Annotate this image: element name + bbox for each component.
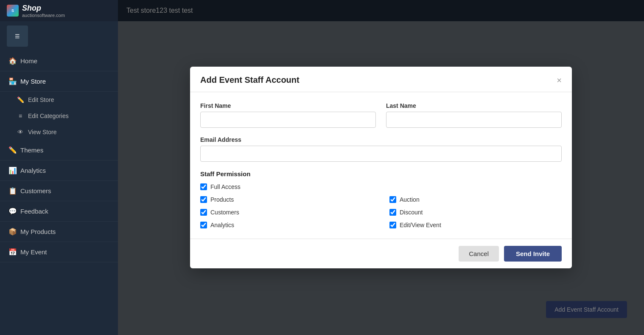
modal-title: Add Event Staff Account <box>200 75 300 85</box>
sidebar-item-home[interactable]: 🏠 Home <box>0 51 118 71</box>
full-access-label: Full Access <box>210 183 241 190</box>
sidebar: S Shop auctionsoftware.com ☰ 🏠 Home 🏪 My… <box>0 0 118 335</box>
first-name-input[interactable] <box>200 112 376 128</box>
logo-icon: S <box>7 5 19 17</box>
sidebar-item-edit-store[interactable]: ✏️ Edit Store <box>0 92 118 108</box>
first-name-label: First Name <box>200 102 376 109</box>
customers-label: Customers <box>210 209 239 216</box>
customers-checkbox[interactable] <box>200 209 207 216</box>
menu-toggle-button[interactable]: ☰ <box>7 25 28 47</box>
edit-icon: ✏️ <box>17 96 24 103</box>
last-name-input[interactable] <box>386 112 562 128</box>
name-row: First Name Last Name <box>200 102 562 128</box>
eye-icon: 👁 <box>17 129 24 135</box>
permissions-section: Staff Permission Full Access Products <box>200 170 562 228</box>
permission-auction: Auction <box>389 196 562 203</box>
event-icon: 📅 <box>8 248 16 256</box>
permission-discount: Discount <box>389 209 562 216</box>
sidebar-item-edit-categories[interactable]: ≡ Edit Categories <box>0 108 118 124</box>
modal-body: First Name Last Name Email Address <box>190 92 572 239</box>
first-name-group: First Name <box>200 102 376 128</box>
modal-close-button[interactable]: × <box>557 76 562 84</box>
edit-view-event-checkbox[interactable] <box>389 222 396 228</box>
sidebar-item-analytics[interactable]: 📊 Analytics <box>0 160 118 181</box>
email-label: Email Address <box>200 136 562 143</box>
sidebar-item-my-store[interactable]: 🏪 My Store <box>0 71 118 92</box>
sidebar-item-label: View Store <box>28 129 56 135</box>
products-checkbox[interactable] <box>200 196 207 203</box>
analytics-label: Analytics <box>210 222 234 228</box>
sidebar-item-label: Edit Categories <box>28 113 69 119</box>
home-icon: 🏠 <box>8 57 16 65</box>
sidebar-item-my-products[interactable]: 📦 My Products <box>0 222 118 242</box>
products-label: Products <box>210 196 234 203</box>
sidebar-item-customers[interactable]: 📋 Customers <box>0 181 118 201</box>
analytics-checkbox[interactable] <box>200 222 207 228</box>
email-row: Email Address <box>200 136 562 162</box>
permission-grid: Products Auction Customers Discount <box>200 196 562 228</box>
permission-analytics: Analytics <box>200 222 372 228</box>
sidebar-item-label: Customers <box>20 187 51 194</box>
sidebar-nav: 🏠 Home 🏪 My Store ✏️ Edit Store ≡ Edit C… <box>0 51 118 335</box>
auction-checkbox[interactable] <box>389 196 396 203</box>
categories-icon: ≡ <box>17 113 24 119</box>
permission-customers: Customers <box>200 209 372 216</box>
sidebar-item-label: My Products <box>20 228 56 235</box>
sidebar-item-label: Edit Store <box>28 96 54 103</box>
modal-header: Add Event Staff Account × <box>190 67 572 92</box>
sidebar-item-label: My Event <box>20 248 47 256</box>
cancel-button[interactable]: Cancel <box>459 246 499 262</box>
modal-overlay: Add Event Staff Account × First Name Las… <box>118 0 644 335</box>
last-name-group: Last Name <box>386 102 562 128</box>
edit-view-event-label: Edit/View Event <box>400 222 441 228</box>
sidebar-header: S Shop auctionsoftware.com <box>0 0 118 21</box>
hamburger-icon: ☰ <box>15 33 20 39</box>
sidebar-item-label: Analytics <box>20 167 46 174</box>
sidebar-item-label: Themes <box>20 146 43 154</box>
sidebar-item-feedback[interactable]: 💬 Feedback <box>0 201 118 222</box>
sidebar-item-label: Feedback <box>20 208 48 215</box>
analytics-icon: 📊 <box>8 166 16 175</box>
sidebar-item-label: Home <box>20 57 37 65</box>
feedback-icon: 💬 <box>8 207 16 215</box>
permission-products: Products <box>200 196 372 203</box>
sidebar-item-my-event[interactable]: 📅 My Event <box>0 242 118 262</box>
store-icon: 🏪 <box>8 77 16 85</box>
logo-text: Shop <box>22 4 65 13</box>
main-content: Test store123 test test Add Event Staff … <box>118 0 644 335</box>
full-access-checkbox[interactable] <box>200 183 207 190</box>
last-name-label: Last Name <box>386 102 562 109</box>
email-group: Email Address <box>200 136 562 162</box>
sidebar-item-label: My Store <box>20 78 46 85</box>
modal-footer: Cancel Send Invite <box>190 239 572 268</box>
customers-icon: 📋 <box>8 187 16 195</box>
add-event-staff-modal: Add Event Staff Account × First Name Las… <box>190 67 572 268</box>
products-icon: 📦 <box>8 228 16 236</box>
permission-full-access: Full Access <box>200 183 562 190</box>
email-input[interactable] <box>200 146 562 162</box>
auction-label: Auction <box>400 196 420 203</box>
send-invite-button[interactable]: Send Invite <box>504 246 562 262</box>
logo-domain: auctionsoftware.com <box>22 13 65 18</box>
sidebar-item-view-store[interactable]: 👁 View Store <box>0 124 118 140</box>
permission-edit-view-event: Edit/View Event <box>389 222 562 228</box>
sidebar-item-themes[interactable]: ✏️ Themes <box>0 140 118 160</box>
discount-checkbox[interactable] <box>389 209 396 216</box>
discount-label: Discount <box>400 209 423 216</box>
themes-icon: ✏️ <box>8 146 16 154</box>
permission-section-label: Staff Permission <box>200 170 562 177</box>
